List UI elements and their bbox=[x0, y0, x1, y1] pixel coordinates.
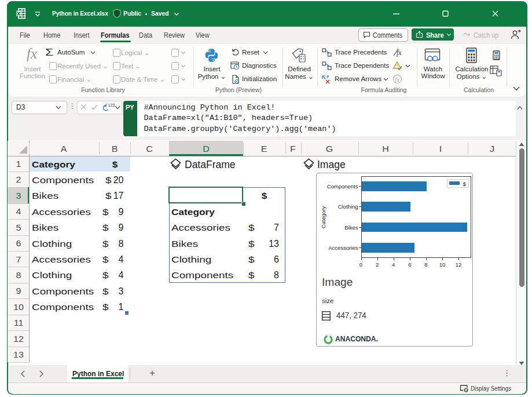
svg-text:fx: fx bbox=[397, 49, 402, 57]
svg-text:123: 123 bbox=[108, 103, 115, 107]
svg-text:fx: fx bbox=[395, 77, 400, 83]
